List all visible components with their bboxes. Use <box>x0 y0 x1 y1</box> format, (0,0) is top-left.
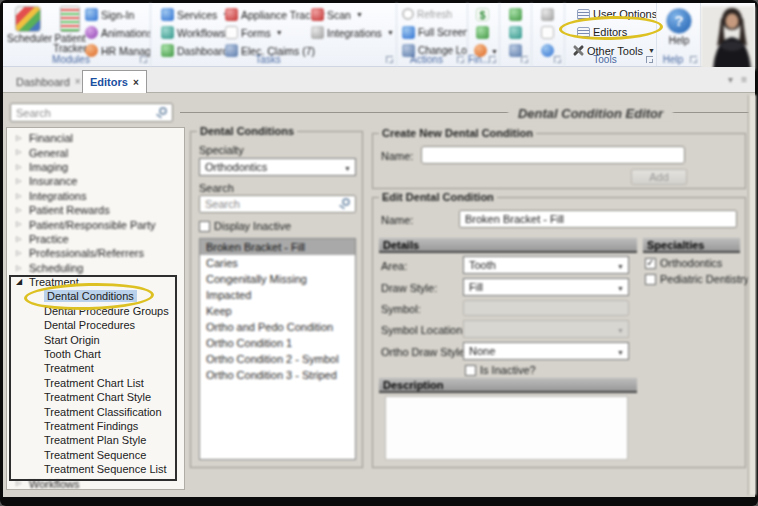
checkbox-unchecked[interactable] <box>645 274 656 285</box>
mini-icon[interactable] <box>541 26 554 39</box>
page-title: Dental Condition Editor <box>440 104 741 122</box>
specialty-pediatric-checkbox[interactable]: Pediatric Dentistry <box>645 273 749 285</box>
specialty-select[interactable]: Orthodontics ▼ <box>199 158 356 176</box>
tree-item-integrations[interactable]: ▷Integrations <box>7 189 184 203</box>
sidebar-search-input[interactable]: Search <box>10 103 173 122</box>
dialog-launcher-icon[interactable] <box>140 56 147 63</box>
specialty-orthodontics-checkbox[interactable]: ✓ Orthodontics <box>645 257 722 269</box>
chevron-right-icon[interactable]: ▷ <box>16 235 21 243</box>
specialty-label: Specialty <box>199 144 244 156</box>
close-icon[interactable]: × <box>75 76 81 87</box>
chevron-right-icon[interactable]: ▷ <box>16 264 21 272</box>
mini-icon[interactable] <box>541 8 554 21</box>
dialog-launcher-icon[interactable] <box>386 56 393 63</box>
services-button[interactable]: Services ▼ <box>161 8 229 21</box>
list-item[interactable]: Ortho and Pedo Condition <box>200 319 355 335</box>
close-icon[interactable]: × <box>133 77 139 88</box>
checkbox-unchecked[interactable] <box>465 365 476 376</box>
tree-item-professionals-referrers[interactable]: ▷Professionals/Referrers <box>7 246 184 260</box>
description-textarea[interactable] <box>385 396 628 460</box>
tab-editors[interactable]: Editors × <box>82 70 147 93</box>
chevron-right-icon[interactable]: ▷ <box>16 134 21 142</box>
search-placeholder: Search <box>16 107 51 119</box>
list-item[interactable]: Ortho Condition 3 - Striped <box>200 367 355 383</box>
animations-button[interactable]: Animations ▼ <box>85 26 151 39</box>
ortho-draw-style-select[interactable]: None ▼ <box>463 342 629 360</box>
tree-item-general[interactable]: ▷General <box>7 145 184 159</box>
chevron-right-icon[interactable]: ▷ <box>16 220 21 228</box>
dialog-launcher-icon[interactable] <box>521 56 528 63</box>
tools-group-label: Tools <box>565 54 645 65</box>
list-item[interactable]: Caries <box>200 255 355 271</box>
tree-item-patient-rewards[interactable]: ▷Patient Rewards <box>7 203 184 217</box>
chevron-right-icon[interactable]: ▷ <box>16 163 21 171</box>
integrations-button[interactable]: Integrations ▼ <box>311 26 394 39</box>
chevron-right-icon[interactable]: ▷ <box>16 249 21 257</box>
vertical-scrollbar[interactable] <box>748 95 756 495</box>
dollar-icon[interactable]: $ <box>476 8 489 21</box>
checkbox-checked[interactable]: ✓ <box>645 258 656 269</box>
patient-tracker-button[interactable]: Patient Tracker <box>51 6 89 54</box>
dialog-launcher-icon[interactable] <box>489 56 496 63</box>
patient-tracker-label-2: Tracker <box>53 43 87 54</box>
main-area: Search Dental Condition Editor ▷Financia… <box>3 93 755 497</box>
dialog-launcher-icon[interactable] <box>457 56 464 63</box>
workflows-icon <box>161 26 174 39</box>
edit-name-input[interactable]: Broken Bracket - Fill <box>459 210 737 228</box>
mini-icon[interactable] <box>509 8 522 21</box>
checkbox-unchecked[interactable] <box>199 221 210 232</box>
chevron-down-icon[interactable]: ▾ <box>728 74 733 85</box>
mini-icon[interactable] <box>541 44 554 57</box>
draw-style-select[interactable]: Fill ▼ <box>463 278 629 296</box>
caret-down-icon: ▼ <box>387 29 394 36</box>
scheduler-button[interactable]: Scheduler <box>7 6 49 44</box>
chevron-right-icon[interactable]: ▷ <box>16 148 21 156</box>
add-button[interactable]: Add <box>631 169 687 185</box>
display-inactive-checkbox[interactable]: Display Inactive <box>199 220 291 232</box>
list-item-selected[interactable]: Broken Bracket - Fill <box>200 239 355 255</box>
full-screen-button[interactable]: Full Screen <box>402 26 468 39</box>
ribbon-group-mini-2 <box>500 3 532 66</box>
tree-item-scheduling[interactable]: ▷Scheduling <box>7 261 184 275</box>
tab-editors-label: Editors <box>90 76 128 88</box>
chevron-right-icon[interactable]: ▷ <box>16 206 21 214</box>
symbol-input[interactable] <box>463 300 629 316</box>
list-item[interactable]: Ortho Condition 2 - Symbol <box>200 351 355 367</box>
ortho-draw-style-value: None <box>469 345 495 357</box>
dialog-launcher-icon[interactable] <box>646 56 653 63</box>
scan-icon <box>311 8 324 21</box>
create-name-input[interactable] <box>421 146 685 164</box>
chevron-right-icon[interactable]: ▷ <box>16 177 21 185</box>
help-button[interactable]: ? Help <box>659 8 699 46</box>
ribbon-group-financial: $ ▼ Fin... <box>468 3 500 66</box>
ledger-icon[interactable] <box>476 26 489 39</box>
tree-item-financial[interactable]: ▷Financial <box>7 131 184 145</box>
list-item[interactable]: Keep <box>200 303 355 319</box>
tree-item-insurance[interactable]: ▷Insurance <box>7 174 184 188</box>
conditions-search-input[interactable]: Search <box>199 195 356 213</box>
symbol-location-select[interactable]: ▼ <box>463 320 629 338</box>
workflows-button[interactable]: Workflows <box>161 26 225 39</box>
tree-item-imaging[interactable]: ▷Imaging <box>7 160 184 174</box>
list-item[interactable]: Impacted <box>200 287 355 303</box>
chevron-right-icon[interactable]: ▷ <box>16 192 21 200</box>
caret-down-icon: ▼ <box>617 349 624 356</box>
forms-label: Forms <box>241 27 271 39</box>
tree-item-patient-responsible-party[interactable]: ▷Patient/Responsible Party <box>7 217 184 231</box>
is-inactive-checkbox[interactable]: Is Inactive? <box>465 364 536 376</box>
tab-list-icon[interactable]: ≡ <box>741 74 747 85</box>
tab-dashboard[interactable]: Dashboard × <box>9 70 88 93</box>
caret-down-icon: ▼ <box>617 285 624 292</box>
refresh-button[interactable]: Refresh <box>402 8 452 20</box>
list-item-label: Impacted <box>206 289 251 301</box>
mini-icon[interactable] <box>509 26 522 39</box>
dialog-launcher-icon[interactable] <box>690 56 697 63</box>
forms-button[interactable]: Forms ▼ <box>225 26 283 39</box>
list-item[interactable]: Ortho Condition 1 <box>200 335 355 351</box>
tree-item-practice[interactable]: ▷Practice <box>7 232 184 246</box>
area-select[interactable]: Tooth ▼ <box>463 256 629 274</box>
list-item[interactable]: Congenitally Missing <box>200 271 355 287</box>
dialog-launcher-icon[interactable] <box>554 56 561 63</box>
scan-button[interactable]: Scan ▼ <box>311 8 363 21</box>
sign-in-button[interactable]: Sign-In <box>85 8 134 21</box>
